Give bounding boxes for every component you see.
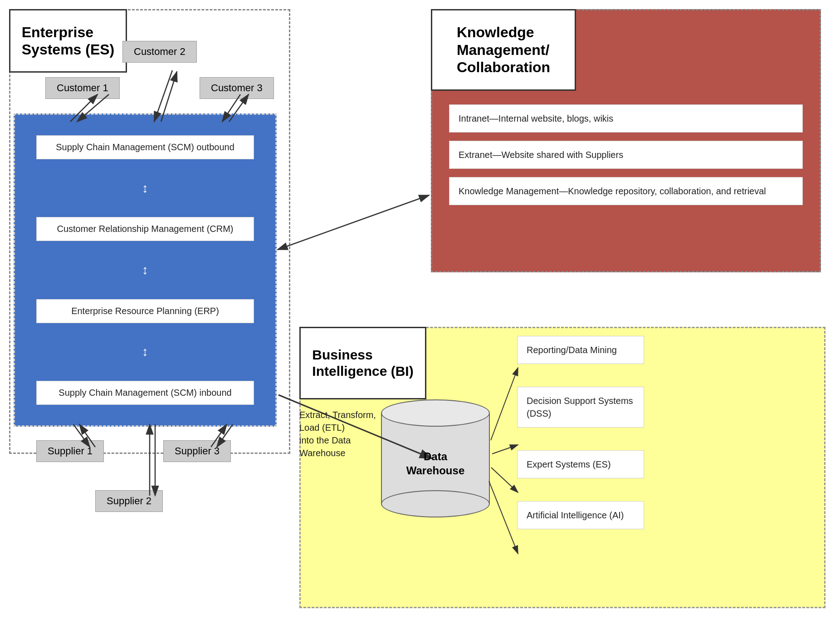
arrow-v2: ↕ [142,264,148,276]
scm-inbound-box: Supply Chain Management (SCM) inbound [36,381,254,405]
bi-item-es: Expert Systems (ES) [517,450,644,478]
bi-label: Business Intelligence (BI) [312,347,413,379]
es-label: Enterprise Systems (ES) [22,24,115,59]
erp-box: Enterprise Resource Planning (ERP) [36,299,254,323]
customer-1-box: Customer 1 [45,77,120,99]
dw-bottom [381,490,490,517]
etl-label: Extract, Transform,Load (ETL)into the Da… [299,408,390,459]
km-items: Intranet—Internal website, blogs, wikis … [449,104,803,205]
km-item-extranet: Extranet—Website shared with Suppliers [449,141,803,169]
dw-top [381,399,490,427]
es-label-box: Enterprise Systems (ES) [9,9,127,73]
km-item-knowledge: Knowledge Management—Knowledge repositor… [449,177,803,205]
km-label: Knowledge Management/ Collaboration [457,24,550,76]
customer-2-box: Customer 2 [122,41,197,63]
supplier-3-box: Supplier 3 [163,440,231,462]
es-blue-box: Supply Chain Management (SCM) outbound ↕… [14,113,277,427]
crm-box: Customer Relationship Management (CRM) [36,217,254,241]
customer-3-box: Customer 3 [200,77,274,99]
svg-line-14 [278,195,429,250]
dw-label: Data Warehouse [381,449,490,477]
diagram-container: Enterprise Systems (ES) Customer 2 Custo… [0,0,840,625]
supplier-2-box: Supplier 2 [95,490,163,512]
bi-item-dss: Decision Support Systems (DSS) [517,387,644,428]
bi-item-ai: Artificial Intelligence (AI) [517,501,644,529]
arrow-v1: ↕ [142,182,148,195]
km-item-intranet: Intranet—Internal website, blogs, wikis [449,104,803,133]
bi-items: Reporting/Data Mining Decision Support S… [517,336,807,529]
supplier-1-box: Supplier 1 [36,440,104,462]
bi-label-box: Business Intelligence (BI) [299,327,426,399]
arrow-v3: ↕ [142,345,148,358]
scm-outbound-box: Supply Chain Management (SCM) outbound [36,135,254,159]
bi-item-reporting: Reporting/Data Mining [517,336,644,364]
km-label-box: Knowledge Management/ Collaboration [431,9,576,91]
